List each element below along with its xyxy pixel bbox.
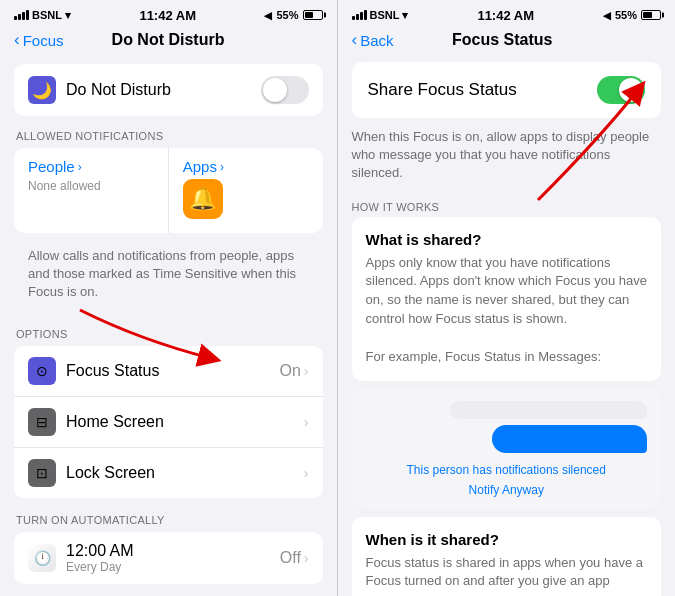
message-mock: This person has notifications silenced N… [352,389,662,509]
status-bar-right: BSNL ▾ 11:42 AM ◀ 55% [338,0,676,28]
apps-label: Apps [183,158,217,175]
lock-screen-row[interactable]: ⊡ Lock Screen › [14,448,323,498]
battery-pct-left: 55% [276,9,298,21]
allowed-grid: People › None allowed Apps › 🔔 [14,148,323,233]
home-screen-chevron: › [304,414,309,430]
back-button-right[interactable]: ‹ Back [352,30,394,50]
status-right-right: ◀ 55% [603,9,661,21]
nav-title-right: Focus Status [452,31,552,49]
when-shared-text: Focus status is shared in apps when you … [366,554,648,592]
dnd-toggle[interactable] [261,76,309,104]
status-left-right: BSNL ▾ [352,9,409,22]
home-screen-label: Home Screen [66,413,164,431]
battery-icon-left [303,10,323,20]
location-icon: ◀ [264,10,272,21]
time-left: 11:42 AM [139,8,196,23]
share-focus-toggle[interactable] [597,76,645,104]
when-shared-title: When is it shared? [366,531,648,548]
carrier-right: BSNL [370,9,400,21]
when-shared-card: When is it shared? Focus status is share… [352,517,662,596]
auto-chevron: › [304,550,309,566]
focus-status-row[interactable]: ⊙ Focus Status On › [14,346,323,397]
focus-status-chevron: › [304,363,309,379]
clock-icon: 🕛 [28,544,56,572]
apps-icon: 🔔 [183,179,223,219]
nav-bar-right: ‹ Back Focus Status [338,28,676,56]
moon-icon: 🌙 [28,76,56,104]
allowed-description: Allow calls and notifications from peopl… [14,239,323,312]
left-panel: BSNL ▾ 11:42 AM ◀ 55% ‹ Focus Do Not Dis… [0,0,338,596]
battery-pct-right: 55% [615,9,637,21]
focus-status-icon: ⊙ [28,357,56,385]
people-item[interactable]: People › None allowed [14,148,169,233]
status-left-left: BSNL ▾ [14,9,71,22]
back-chevron-right: ‹ [352,30,358,50]
location-icon-right: ◀ [603,10,611,21]
allowed-section-label: ALLOWED NOTIFICATIONS [14,122,323,146]
dnd-toggle-row: 🌙 Do Not Disturb [14,64,323,116]
apps-chevron: › [220,160,224,174]
wifi-icon-right: ▾ [402,9,408,22]
how-it-works-label: HOW IT WORKS [338,193,676,217]
share-focus-label: Share Focus Status [368,80,517,100]
allowed-section: People › None allowed Apps › 🔔 [14,148,323,233]
options-section: ⊙ Focus Status On › ⊟ Home Screen [14,346,323,498]
back-label-left: Focus [23,32,64,49]
share-focus-row: Share Focus Status [352,62,662,118]
wifi-icon: ▾ [65,9,71,22]
auto-time-row[interactable]: 🕛 12:00 AM Every Day Off › [14,532,323,584]
incoming-bubble [450,401,647,419]
lock-screen-label: Lock Screen [66,464,155,482]
home-screen-icon: ⊟ [28,408,56,436]
right-content: Share Focus Status When this Focus is on… [338,56,676,596]
focus-status-label: Focus Status [66,362,159,380]
nav-bar-left: ‹ Focus Do Not Disturb [0,28,337,56]
status-bar-left: BSNL ▾ 11:42 AM ◀ 55% [0,0,337,28]
what-is-shared-title: What is shared? [366,231,648,248]
dnd-label: Do Not Disturb [66,81,171,99]
auto-time: 12:00 AM [66,542,134,560]
auto-section: 🕛 12:00 AM Every Day Off › [14,532,323,584]
time-right: 11:42 AM [477,8,534,23]
options-section-label: OPTIONS [14,320,323,344]
incoming-bubble-row [366,401,648,419]
home-screen-row[interactable]: ⊟ Home Screen › [14,397,323,448]
nav-title-left: Do Not Disturb [112,31,225,49]
signal-icon [14,10,29,20]
auto-section-label: TURN ON AUTOMATICALLY [14,506,323,530]
outgoing-bubble [492,425,647,453]
what-is-shared-text: Apps only know that you have notificatio… [366,254,648,367]
back-chevron-left: ‹ [14,30,20,50]
people-chevron: › [78,160,82,174]
dnd-section: 🌙 Do Not Disturb [14,64,323,116]
back-button-left[interactable]: ‹ Focus [14,30,64,50]
notify-anyway-text: Notify Anyway [366,483,648,497]
people-label: People [28,158,75,175]
back-label-right: Back [360,32,393,49]
people-sub: None allowed [28,179,154,193]
carrier-left: BSNL [32,9,62,21]
battery-icon-right [641,10,661,20]
status-right-left: ◀ 55% [264,9,322,21]
lock-screen-chevron: › [304,465,309,481]
lock-screen-icon: ⊡ [28,459,56,487]
right-panel: BSNL ▾ 11:42 AM ◀ 55% ‹ Back Focus Statu… [338,0,676,596]
apps-item[interactable]: Apps › 🔔 [169,148,323,233]
share-description: When this Focus is on, allow apps to dis… [338,124,676,193]
auto-value: Off [280,549,301,567]
what-is-shared-card: What is shared? Apps only know that you … [352,217,662,381]
signal-icon-right [352,10,367,20]
auto-sub: Every Day [66,560,134,574]
focus-status-value: On [279,362,300,380]
silenced-text: This person has notifications silenced [366,463,648,477]
left-content: 🌙 Do Not Disturb ALLOWED NOTIFICATIONS P… [0,56,337,596]
